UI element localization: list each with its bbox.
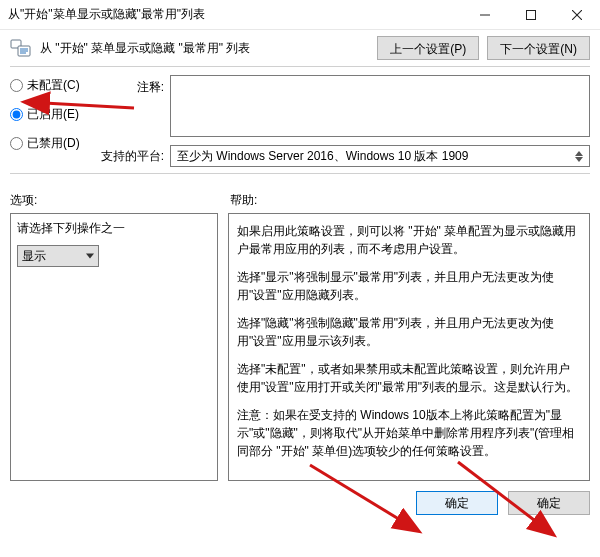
- disabled-radio[interactable]: [10, 137, 23, 150]
- enabled-label[interactable]: 已启用(E): [27, 106, 79, 123]
- maximize-button[interactable]: [508, 0, 554, 29]
- maximize-icon: [526, 10, 536, 20]
- help-panel: 如果启用此策略设置，则可以将 "开始" 菜单配置为显示或隐藏用户最常用应用的列表…: [228, 213, 590, 481]
- next-setting-button[interactable]: 下一个设置(N): [487, 36, 590, 60]
- not-configured-radio[interactable]: [10, 79, 23, 92]
- right-column: 注释: 支持的平台: 至少为 Windows Server 2016、Windo…: [100, 75, 590, 167]
- help-paragraph: 选择"隐藏"将强制隐藏"最常用"列表，并且用户无法更改为使用"设置"应用显示该列…: [237, 314, 581, 350]
- platform-value: 至少为 Windows Server 2016、Windows 10 版本 19…: [177, 148, 468, 165]
- ok-button[interactable]: 确定: [416, 491, 498, 515]
- disabled-label[interactable]: 已禁用(D): [27, 135, 80, 152]
- window-titlebar: 从"开始"菜单显示或隐藏"最常用"列表: [0, 0, 600, 30]
- cancel-button[interactable]: 确定: [508, 491, 590, 515]
- platform-box: 至少为 Windows Server 2016、Windows 10 版本 19…: [170, 145, 590, 167]
- chevron-up-icon: [575, 151, 583, 156]
- footer: 确定 确定: [0, 481, 600, 515]
- svg-rect-1: [527, 10, 536, 19]
- policy-title: 从 "开始" 菜单显示或隐藏 "最常用" 列表: [40, 40, 369, 57]
- panel-labels-row: 选项: 帮助:: [0, 176, 600, 213]
- help-paragraph: 选择"未配置"，或者如果禁用或未配置此策略设置，则允许用户使用"设置"应用打开或…: [237, 360, 581, 396]
- not-configured-label[interactable]: 未配置(C): [27, 77, 80, 94]
- option-select-wrap: 显示隐藏: [17, 245, 99, 267]
- window-controls: [462, 0, 600, 29]
- chevron-down-icon: [575, 157, 583, 162]
- nav-buttons: 上一个设置(P) 下一个设置(N): [377, 36, 590, 60]
- minimize-button[interactable]: [462, 0, 508, 29]
- comment-label: 注释:: [100, 75, 164, 96]
- platform-spinner[interactable]: [575, 151, 583, 162]
- close-button[interactable]: [554, 0, 600, 29]
- help-paragraph: 选择"显示"将强制显示"最常用"列表，并且用户无法更改为使用"设置"应用隐藏列表…: [237, 268, 581, 304]
- option-prompt: 请选择下列操作之一: [17, 220, 211, 237]
- help-heading: 帮助:: [230, 192, 590, 209]
- divider: [10, 66, 590, 67]
- policy-icon: [10, 37, 32, 59]
- help-paragraph: 注意：如果在受支持的 Windows 10版本上将此策略配置为"显示"或"隐藏"…: [237, 406, 581, 460]
- options-panel: 请选择下列操作之一 显示隐藏: [10, 213, 218, 481]
- option-select[interactable]: 显示隐藏: [17, 245, 99, 267]
- close-icon: [572, 10, 582, 20]
- comment-textarea[interactable]: [170, 75, 590, 137]
- lower-panel: 请选择下列操作之一 显示隐藏 如果启用此策略设置，则可以将 "开始" 菜单配置为…: [0, 213, 600, 481]
- options-heading: 选项:: [10, 192, 230, 209]
- platform-label: 支持的平台:: [100, 148, 164, 165]
- help-paragraph: 如果启用此策略设置，则可以将 "开始" 菜单配置为显示或隐藏用户最常用应用的列表…: [237, 222, 581, 258]
- upper-panel: 未配置(C) 已启用(E) 已禁用(D) 注释: 支持的平台: 至少为 Wind…: [0, 69, 600, 171]
- divider: [10, 173, 590, 174]
- enabled-radio[interactable]: [10, 108, 23, 121]
- minimize-icon: [480, 10, 490, 20]
- header-row: 从 "开始" 菜单显示或隐藏 "最常用" 列表 上一个设置(P) 下一个设置(N…: [0, 30, 600, 64]
- window-title: 从"开始"菜单显示或隐藏"最常用"列表: [8, 6, 462, 23]
- prev-setting-button[interactable]: 上一个设置(P): [377, 36, 479, 60]
- state-radio-group: 未配置(C) 已启用(E) 已禁用(D): [10, 75, 90, 167]
